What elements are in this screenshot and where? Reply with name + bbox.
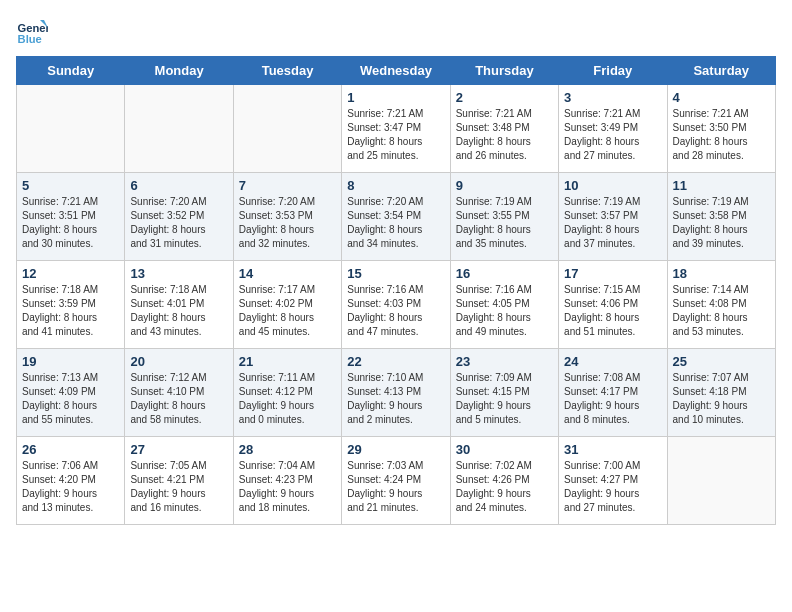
day-number: 18 (673, 266, 770, 281)
calendar-cell (667, 437, 775, 525)
day-number: 28 (239, 442, 336, 457)
calendar-cell: 28Sunrise: 7:04 AM Sunset: 4:23 PM Dayli… (233, 437, 341, 525)
day-details: Sunrise: 7:19 AM Sunset: 3:58 PM Dayligh… (673, 195, 770, 251)
day-number: 24 (564, 354, 661, 369)
day-number: 19 (22, 354, 119, 369)
day-details: Sunrise: 7:21 AM Sunset: 3:47 PM Dayligh… (347, 107, 444, 163)
calendar-cell: 27Sunrise: 7:05 AM Sunset: 4:21 PM Dayli… (125, 437, 233, 525)
calendar-cell (233, 85, 341, 173)
day-number: 9 (456, 178, 553, 193)
weekday-header-wednesday: Wednesday (342, 57, 450, 85)
day-number: 17 (564, 266, 661, 281)
day-number: 21 (239, 354, 336, 369)
day-details: Sunrise: 7:18 AM Sunset: 3:59 PM Dayligh… (22, 283, 119, 339)
page-header: General Blue (16, 16, 776, 48)
day-details: Sunrise: 7:18 AM Sunset: 4:01 PM Dayligh… (130, 283, 227, 339)
day-details: Sunrise: 7:21 AM Sunset: 3:51 PM Dayligh… (22, 195, 119, 251)
calendar-cell: 19Sunrise: 7:13 AM Sunset: 4:09 PM Dayli… (17, 349, 125, 437)
day-number: 31 (564, 442, 661, 457)
calendar-cell: 5Sunrise: 7:21 AM Sunset: 3:51 PM Daylig… (17, 173, 125, 261)
calendar-cell: 16Sunrise: 7:16 AM Sunset: 4:05 PM Dayli… (450, 261, 558, 349)
day-details: Sunrise: 7:20 AM Sunset: 3:52 PM Dayligh… (130, 195, 227, 251)
day-number: 23 (456, 354, 553, 369)
calendar-cell: 8Sunrise: 7:20 AM Sunset: 3:54 PM Daylig… (342, 173, 450, 261)
week-row-2: 5Sunrise: 7:21 AM Sunset: 3:51 PM Daylig… (17, 173, 776, 261)
day-details: Sunrise: 7:19 AM Sunset: 3:57 PM Dayligh… (564, 195, 661, 251)
day-details: Sunrise: 7:16 AM Sunset: 4:05 PM Dayligh… (456, 283, 553, 339)
calendar-cell: 1Sunrise: 7:21 AM Sunset: 3:47 PM Daylig… (342, 85, 450, 173)
day-details: Sunrise: 7:13 AM Sunset: 4:09 PM Dayligh… (22, 371, 119, 427)
day-number: 26 (22, 442, 119, 457)
weekday-header-monday: Monday (125, 57, 233, 85)
day-number: 4 (673, 90, 770, 105)
day-details: Sunrise: 7:06 AM Sunset: 4:20 PM Dayligh… (22, 459, 119, 515)
calendar-cell: 11Sunrise: 7:19 AM Sunset: 3:58 PM Dayli… (667, 173, 775, 261)
day-number: 5 (22, 178, 119, 193)
day-details: Sunrise: 7:02 AM Sunset: 4:26 PM Dayligh… (456, 459, 553, 515)
week-row-4: 19Sunrise: 7:13 AM Sunset: 4:09 PM Dayli… (17, 349, 776, 437)
day-details: Sunrise: 7:12 AM Sunset: 4:10 PM Dayligh… (130, 371, 227, 427)
day-details: Sunrise: 7:16 AM Sunset: 4:03 PM Dayligh… (347, 283, 444, 339)
calendar-cell: 15Sunrise: 7:16 AM Sunset: 4:03 PM Dayli… (342, 261, 450, 349)
day-number: 14 (239, 266, 336, 281)
calendar-cell: 21Sunrise: 7:11 AM Sunset: 4:12 PM Dayli… (233, 349, 341, 437)
weekday-header-friday: Friday (559, 57, 667, 85)
day-details: Sunrise: 7:19 AM Sunset: 3:55 PM Dayligh… (456, 195, 553, 251)
svg-text:General: General (18, 22, 48, 34)
day-number: 15 (347, 266, 444, 281)
day-details: Sunrise: 7:00 AM Sunset: 4:27 PM Dayligh… (564, 459, 661, 515)
day-number: 11 (673, 178, 770, 193)
week-row-1: 1Sunrise: 7:21 AM Sunset: 3:47 PM Daylig… (17, 85, 776, 173)
day-number: 6 (130, 178, 227, 193)
calendar-cell: 25Sunrise: 7:07 AM Sunset: 4:18 PM Dayli… (667, 349, 775, 437)
day-details: Sunrise: 7:09 AM Sunset: 4:15 PM Dayligh… (456, 371, 553, 427)
calendar-body: 1Sunrise: 7:21 AM Sunset: 3:47 PM Daylig… (17, 85, 776, 525)
day-number: 16 (456, 266, 553, 281)
day-details: Sunrise: 7:03 AM Sunset: 4:24 PM Dayligh… (347, 459, 444, 515)
day-details: Sunrise: 7:20 AM Sunset: 3:54 PM Dayligh… (347, 195, 444, 251)
calendar-cell: 17Sunrise: 7:15 AM Sunset: 4:06 PM Dayli… (559, 261, 667, 349)
day-details: Sunrise: 7:21 AM Sunset: 3:50 PM Dayligh… (673, 107, 770, 163)
day-number: 8 (347, 178, 444, 193)
day-number: 13 (130, 266, 227, 281)
weekday-header-thursday: Thursday (450, 57, 558, 85)
calendar-cell (17, 85, 125, 173)
logo: General Blue (16, 16, 52, 48)
day-number: 2 (456, 90, 553, 105)
week-row-5: 26Sunrise: 7:06 AM Sunset: 4:20 PM Dayli… (17, 437, 776, 525)
day-details: Sunrise: 7:11 AM Sunset: 4:12 PM Dayligh… (239, 371, 336, 427)
day-number: 7 (239, 178, 336, 193)
calendar-cell: 2Sunrise: 7:21 AM Sunset: 3:48 PM Daylig… (450, 85, 558, 173)
calendar-cell: 3Sunrise: 7:21 AM Sunset: 3:49 PM Daylig… (559, 85, 667, 173)
weekday-header-tuesday: Tuesday (233, 57, 341, 85)
day-details: Sunrise: 7:05 AM Sunset: 4:21 PM Dayligh… (130, 459, 227, 515)
day-number: 10 (564, 178, 661, 193)
day-details: Sunrise: 7:04 AM Sunset: 4:23 PM Dayligh… (239, 459, 336, 515)
logo-icon: General Blue (16, 16, 48, 48)
day-number: 25 (673, 354, 770, 369)
day-number: 30 (456, 442, 553, 457)
day-number: 29 (347, 442, 444, 457)
day-details: Sunrise: 7:08 AM Sunset: 4:17 PM Dayligh… (564, 371, 661, 427)
calendar-cell (125, 85, 233, 173)
day-number: 3 (564, 90, 661, 105)
day-number: 27 (130, 442, 227, 457)
day-details: Sunrise: 7:21 AM Sunset: 3:49 PM Dayligh… (564, 107, 661, 163)
day-details: Sunrise: 7:14 AM Sunset: 4:08 PM Dayligh… (673, 283, 770, 339)
week-row-3: 12Sunrise: 7:18 AM Sunset: 3:59 PM Dayli… (17, 261, 776, 349)
day-details: Sunrise: 7:15 AM Sunset: 4:06 PM Dayligh… (564, 283, 661, 339)
calendar-cell: 13Sunrise: 7:18 AM Sunset: 4:01 PM Dayli… (125, 261, 233, 349)
calendar-table: SundayMondayTuesdayWednesdayThursdayFrid… (16, 56, 776, 525)
calendar-cell: 9Sunrise: 7:19 AM Sunset: 3:55 PM Daylig… (450, 173, 558, 261)
day-details: Sunrise: 7:07 AM Sunset: 4:18 PM Dayligh… (673, 371, 770, 427)
calendar-cell: 22Sunrise: 7:10 AM Sunset: 4:13 PM Dayli… (342, 349, 450, 437)
day-number: 20 (130, 354, 227, 369)
day-number: 12 (22, 266, 119, 281)
calendar-cell: 31Sunrise: 7:00 AM Sunset: 4:27 PM Dayli… (559, 437, 667, 525)
weekday-header-sunday: Sunday (17, 57, 125, 85)
calendar-cell: 30Sunrise: 7:02 AM Sunset: 4:26 PM Dayli… (450, 437, 558, 525)
calendar-cell: 10Sunrise: 7:19 AM Sunset: 3:57 PM Dayli… (559, 173, 667, 261)
calendar-cell: 7Sunrise: 7:20 AM Sunset: 3:53 PM Daylig… (233, 173, 341, 261)
calendar-cell: 14Sunrise: 7:17 AM Sunset: 4:02 PM Dayli… (233, 261, 341, 349)
weekday-header-saturday: Saturday (667, 57, 775, 85)
